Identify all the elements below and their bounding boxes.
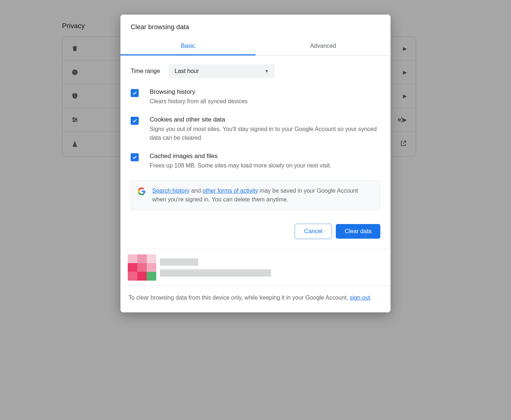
clear-browsing-data-dialog: Clear browsing data Basic Advanced Time … (120, 15, 391, 312)
check-desc: Frees up 108 MB. Some sites may load mor… (150, 161, 380, 170)
check-title: Browsing history (150, 88, 380, 96)
time-range-select[interactable]: Last hour ▼ (169, 64, 274, 78)
time-range-row: Time range Last hour ▼ (131, 64, 380, 78)
check-title: Cookies and other site data (150, 116, 380, 123)
redacted-bar (160, 258, 198, 266)
google-logo-icon (138, 187, 146, 195)
check-item-cache: Cached images and files Frees up 108 MB.… (131, 153, 380, 170)
profile-redacted-lines (160, 258, 271, 277)
dialog-tabs: Basic Advanced (120, 38, 391, 55)
dialog-body: Time range Last hour ▼ Browsing history … (120, 55, 391, 214)
cancel-button[interactable]: Cancel (295, 224, 331, 239)
dialog-actions: Cancel Clear data (120, 214, 391, 249)
check-desc: Signs you out of most sites. You'll stay… (150, 125, 380, 142)
time-range-value: Last hour (174, 68, 199, 74)
check-title: Cached images and files (150, 153, 380, 160)
check-item-cookies: Cookies and other site data Signs you ou… (131, 116, 380, 142)
redacted-bar (160, 269, 271, 277)
info-text: Search history and other forms of activi… (152, 186, 373, 204)
dialog-footer: To clear browsing data from this device … (120, 249, 391, 312)
search-history-link[interactable]: Search history (152, 188, 189, 194)
check-desc: Clears history from all synced devices (150, 97, 380, 106)
tab-advanced[interactable]: Advanced (256, 38, 391, 55)
caret-down-icon: ▼ (264, 69, 269, 74)
google-account-info: Search history and other forms of activi… (131, 180, 380, 210)
check-item-browsing-history: Browsing history Clears history from all… (131, 88, 380, 106)
time-range-label: Time range (131, 68, 160, 74)
modal-overlay: Clear browsing data Basic Advanced Time … (0, 0, 511, 420)
sign-out-link[interactable]: sign out (350, 294, 370, 301)
tab-basic[interactable]: Basic (120, 38, 256, 55)
footer-note: To clear browsing data from this device … (120, 286, 391, 312)
checkbox-browsing-history[interactable] (131, 89, 139, 97)
profile-row (120, 249, 391, 286)
dialog-title: Clear browsing data (120, 15, 391, 38)
checkbox-cookies[interactable] (131, 117, 139, 125)
checkbox-cache[interactable] (131, 153, 139, 161)
other-activity-link[interactable]: other forms of activity (203, 188, 258, 194)
clear-data-button[interactable]: Clear data (336, 224, 380, 239)
avatar-pixelated (128, 254, 156, 281)
